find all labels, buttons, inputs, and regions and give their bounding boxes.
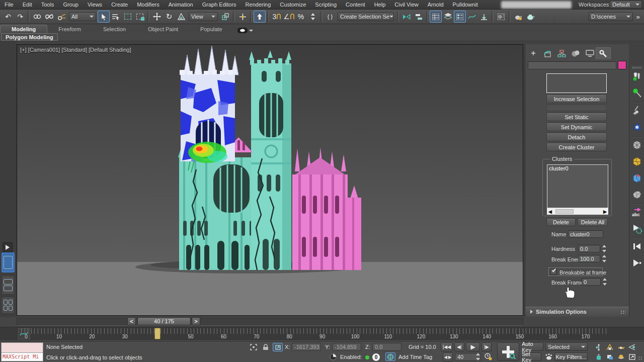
paint-selection-region-icon[interactable] [134,11,146,23]
delete-button[interactable]: Delete [546,218,576,226]
workspace-dropdown[interactable]: Default [610,1,642,9]
name-field[interactable]: cluster0 [568,230,603,238]
hierarchy-tab-icon[interactable] [555,48,568,58]
layout-four-viewport-button[interactable] [2,297,15,314]
scroll-left-icon[interactable]: ◀ [547,209,553,214]
menu-item[interactable]: Create [107,0,132,10]
pdi-fracture-stone-icon[interactable] [630,171,643,185]
goto-start-button[interactable]: |◀◀ [441,342,453,351]
set-static-button[interactable]: Set Static [546,113,607,121]
detach-button[interactable]: Detach [546,133,607,141]
y-coordinate-field[interactable]: -104.859 [332,343,361,351]
edit-named-selection-sets-icon[interactable]: { } [324,11,336,23]
time-tag-icon[interactable] [385,352,395,361]
playhead[interactable] [154,328,160,339]
menu-item[interactable]: Views [83,0,107,10]
key-filters-button[interactable]: Key Filters... [554,352,588,361]
pdi-broom-icon[interactable] [630,104,643,117]
curve-editor-icon[interactable] [466,11,478,23]
snaps-toggle-icon[interactable]: 3 [271,11,283,23]
menu-item[interactable]: Tools [37,0,59,10]
unlink-selection-icon[interactable] [43,11,55,23]
maxscript-macro-pane[interactable] [2,343,43,353]
pdi-simulate-icon[interactable] [630,222,643,235]
scrollbar-thumb[interactable] [555,209,574,214]
menu-item[interactable]: Arnold [423,0,448,10]
fov-icon[interactable] [627,343,637,351]
tab-object-paint[interactable]: Object Paint [137,25,189,33]
delete-all-button[interactable]: Delete All [578,218,608,226]
select-by-name-icon[interactable] [110,11,122,23]
hardness-field[interactable]: 0.0 [578,245,600,252]
reference-coordinate-dropdown[interactable]: View [189,12,218,21]
tab-freeform[interactable]: Freeform [47,25,92,33]
project-folder-dropdown[interactable]: D:\scenes [589,12,633,21]
orbit-camera-icon[interactable] [616,352,626,361]
menu-item[interactable]: Group [58,0,83,10]
scroll-right-icon[interactable]: ▶ [602,209,608,214]
render-production-icon[interactable] [524,11,536,23]
break-energy-field[interactable]: 100.0 [578,255,600,262]
pan-camera-icon[interactable] [605,352,615,361]
x-coordinate-field[interactable]: -1617.393 [292,343,321,351]
simulation-options-rollout[interactable]: Simulation Options [525,307,629,316]
create-cluster-button[interactable]: Create Cluster [546,143,607,151]
break-frame-field[interactable]: 0 [582,278,601,286]
tab-modeling[interactable]: Modeling [0,25,47,33]
toolbar-drag-handle[interactable] [632,67,641,68]
breakable-checkbox[interactable] [550,268,556,275]
time-slider-track[interactable] [17,318,523,326]
increase-selection-button[interactable]: Increase Selection [546,95,607,103]
time-slider-handle[interactable]: 40 / 175 [137,317,191,325]
display-tab-icon[interactable] [584,48,596,58]
motion-tab-icon[interactable] [570,48,582,58]
menu-item[interactable]: Customize [275,0,310,10]
selection-lock-icon[interactable] [261,343,271,351]
pdi-rename-icon[interactable]: abc [630,206,643,219]
frame-spinner[interactable] [475,353,480,360]
cluster-list-item[interactable]: cluster0 [547,165,608,172]
pdi-pins-icon[interactable] [630,70,643,83]
cluster-color-swatch[interactable] [618,61,626,69]
rendered-frame-window-icon[interactable] [512,11,524,23]
roll-camera-icon[interactable] [616,343,626,351]
key-step-toggle[interactable]: ◀ ▶ [443,352,453,361]
menu-item[interactable]: Rendering [241,0,276,10]
notification-badge[interactable]: 0 [372,353,380,361]
previous-frame-button[interactable]: < [127,317,136,325]
pdi-fracture-wood-icon[interactable] [630,155,643,168]
set-dynamic-button[interactable]: Set Dynamic [546,123,607,131]
maxscript-mini-listener[interactable]: MAXScript Mi [1,342,43,361]
menu-item[interactable]: Help [370,0,390,10]
auto-key-button[interactable]: Auto Key [521,342,543,351]
align-icon[interactable] [413,11,425,23]
layer-manager-icon[interactable] [430,11,442,23]
select-and-manipulate-icon[interactable] [236,11,249,23]
bind-to-space-warp-icon[interactable] [55,11,67,23]
toolbar-overflow-icon[interactable]: » [633,11,643,23]
spinner-snap-toggle-icon[interactable] [307,11,319,23]
menu-item[interactable]: Edit [18,0,37,10]
pdi-rock-icon[interactable] [630,188,643,201]
pdi-pin-icon[interactable] [630,86,643,100]
next-key-button[interactable]: |▶ [481,342,492,351]
create-tab-icon[interactable]: + [527,48,539,58]
dope-sheet-icon[interactable] [478,11,490,23]
break-frame-spinner[interactable] [602,278,607,286]
new-key-tangents-icon[interactable] [543,352,553,361]
menu-item[interactable]: Scripting [310,0,341,10]
angle-snap-toggle-icon[interactable]: ∠ [283,11,295,23]
maximize-viewport-icon[interactable] [627,352,637,361]
adaptive-degradation-icon[interactable] [328,352,338,361]
percent-snap-toggle-icon[interactable]: % [295,11,307,23]
perspective-icon[interactable] [605,343,615,351]
menu-item[interactable]: Modifiers [132,0,164,10]
keyboard-shortcut-override-icon[interactable] [254,11,266,23]
layout-flyout-button[interactable] [3,242,13,252]
menu-item[interactable]: Civil View [390,0,423,10]
mirror-icon[interactable] [400,11,413,23]
menu-item[interactable]: Graph Editors [198,0,241,10]
dolly-camera-icon[interactable] [594,343,604,351]
ribbon-config-button[interactable] [237,28,253,33]
menu-item[interactable]: Animation [164,0,198,10]
